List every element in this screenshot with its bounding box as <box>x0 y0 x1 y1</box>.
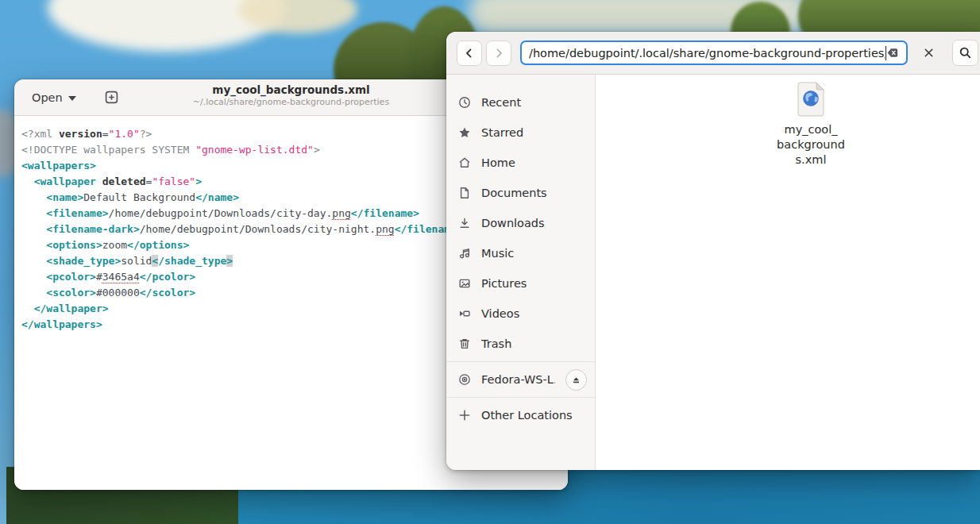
xml-file-icon <box>796 82 826 117</box>
sidebar-item-documents[interactable]: Documents <box>446 178 595 208</box>
home-icon <box>458 156 471 169</box>
sidebar-item-label: Other Locations <box>481 409 587 422</box>
open-button[interactable]: Open <box>24 87 84 108</box>
clear-input-icon[interactable] <box>886 46 900 60</box>
open-button-label: Open <box>32 91 63 104</box>
sidebar-item-label: Trash <box>481 337 587 350</box>
sidebar-item-label: Videos <box>481 307 587 320</box>
sidebar-item-label: Home <box>481 156 587 169</box>
eject-button[interactable] <box>565 369 587 391</box>
sidebar-item-label: Fedora-WS-L... <box>481 373 555 386</box>
disc-icon <box>458 373 471 386</box>
clock-icon <box>458 96 471 109</box>
sidebar-item-label: Recent <box>481 96 587 109</box>
sidebar-item-starred[interactable]: Starred <box>446 118 595 148</box>
sidebar-item-trash[interactable]: Trash <box>446 329 595 359</box>
chevron-right-icon <box>492 47 505 60</box>
files-window: /home/debugpoint/.local/share/gnome-back… <box>446 32 980 470</box>
sidebar-item-label: Pictures <box>481 277 587 290</box>
files-headerbar: /home/debugpoint/.local/share/gnome-back… <box>446 32 980 75</box>
plus-square-icon <box>104 90 119 105</box>
search-button[interactable] <box>952 40 978 66</box>
document-icon <box>458 187 471 199</box>
close-pathbar-button[interactable] <box>916 41 940 65</box>
forward-button[interactable] <box>486 40 511 66</box>
file-item-xml[interactable]: my_cool_ background s.xml <box>775 82 847 168</box>
video-camera-icon <box>458 307 471 320</box>
sidebar-item-label: Documents <box>481 187 587 199</box>
path-input[interactable]: /home/debugpoint/.local/share/gnome-back… <box>520 40 908 65</box>
sidebar-item-other-locations[interactable]: Other Locations <box>446 400 595 430</box>
sidebar-item-downloads[interactable]: Downloads <box>446 208 595 238</box>
sidebar-item-label: Starred <box>481 126 587 139</box>
sidebar-item-music[interactable]: Music <box>446 238 595 268</box>
trash-icon <box>458 337 471 350</box>
file-item-label: my_cool_ background s.xml <box>777 122 845 168</box>
music-note-icon <box>458 247 471 260</box>
sidebar-item-label: Music <box>481 247 587 260</box>
picture-icon <box>458 277 471 290</box>
back-button[interactable] <box>457 40 482 66</box>
sidebar-item-recent[interactable]: Recent <box>446 87 595 118</box>
sidebar: RecentStarredHomeDocumentsDownloadsMusic… <box>446 75 596 470</box>
desktop: Open my_cool_backgrounds.xml ~/.local/sh… <box>0 0 980 524</box>
star-icon <box>458 126 471 139</box>
sidebar-item-videos[interactable]: Videos <box>446 299 595 329</box>
chevron-left-icon <box>463 47 476 60</box>
new-tab-button[interactable] <box>102 87 122 108</box>
sidebar-item-fedora-ws-l[interactable]: Fedora-WS-L... <box>446 364 595 395</box>
sidebar-separator <box>446 397 595 398</box>
sidebar-item-pictures[interactable]: Pictures <box>446 268 595 299</box>
file-grid[interactable]: my_cool_ background s.xml <box>596 75 980 470</box>
sidebar-item-home[interactable]: Home <box>446 148 595 178</box>
search-icon <box>959 46 972 60</box>
path-input-value: /home/debugpoint/.local/share/gnome-back… <box>529 47 885 60</box>
plus-icon <box>458 409 471 422</box>
download-icon <box>458 217 471 229</box>
sidebar-item-label: Downloads <box>481 217 587 229</box>
close-icon <box>923 47 935 59</box>
sidebar-separator <box>446 361 595 362</box>
chevron-down-icon <box>68 96 76 101</box>
